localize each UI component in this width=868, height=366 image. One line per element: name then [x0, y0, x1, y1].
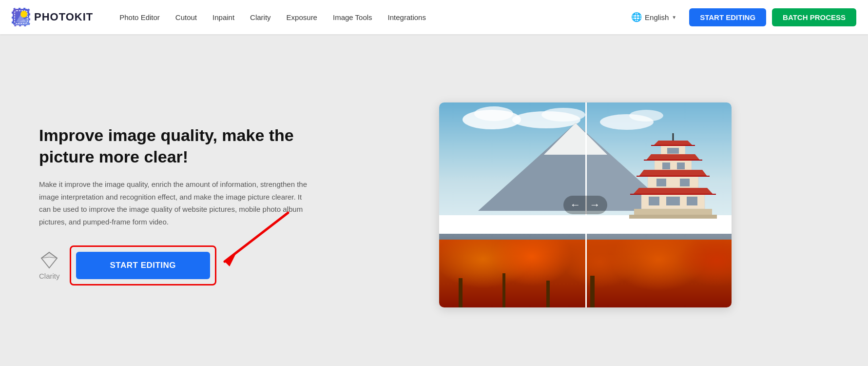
nav-right: 🌐 English ▼ START EDITING BATCH PROCESS [624, 8, 856, 26]
chevron-down-icon: ▼ [672, 15, 676, 20]
split-arrows: ← → [563, 196, 607, 214]
svg-marker-6 [225, 252, 237, 266]
image-comparison[interactable]: ← → [439, 102, 732, 307]
pagoda [624, 133, 722, 242]
svg-rect-12 [655, 160, 692, 171]
svg-rect-23 [667, 148, 679, 154]
hero-description: Make it improve the image quality, enric… [39, 178, 312, 228]
svg-point-1 [21, 12, 26, 17]
svg-marker-2 [16, 14, 26, 22]
svg-rect-26 [656, 179, 666, 186]
start-editing-wrapper: START EDITING [70, 245, 217, 285]
nav-integrations[interactable]: Integrations [381, 9, 433, 25]
arrow-left-icon: ← [570, 199, 581, 211]
svg-marker-10 [654, 141, 693, 145]
svg-rect-22 [629, 215, 717, 219]
svg-rect-29 [687, 197, 697, 205]
hero-title: Improve image quality, make the picture … [39, 124, 312, 167]
nav-inpaint[interactable]: Inpaint [206, 9, 241, 25]
nav-exposure[interactable]: Exposure [280, 9, 324, 25]
nav-image-tools[interactable]: Image Tools [326, 9, 379, 25]
svg-rect-0 [15, 11, 27, 23]
arrow-right-icon: → [590, 199, 600, 211]
svg-marker-13 [646, 154, 700, 160]
svg-rect-21 [634, 209, 712, 215]
nav-clarity[interactable]: Clarity [243, 9, 278, 25]
batch-process-button[interactable]: BATCH PROCESS [772, 8, 856, 26]
language-icon: 🌐 [631, 12, 642, 22]
cta-area: Clarity START EDITING [39, 245, 312, 285]
svg-marker-19 [633, 188, 713, 194]
nav-cutout[interactable]: Cutout [169, 9, 204, 25]
svg-rect-30 [666, 197, 680, 205]
svg-marker-16 [639, 170, 707, 176]
svg-rect-25 [677, 163, 685, 169]
svg-rect-27 [680, 179, 690, 186]
svg-rect-24 [662, 163, 670, 169]
right-side: ← → [341, 102, 829, 307]
nav-links: Photo Editor Cutout Inpaint Clarity Expo… [113, 9, 624, 25]
left-side: Improve image quality, make the picture … [39, 124, 312, 285]
svg-rect-28 [649, 197, 659, 205]
logo[interactable]: PHOTOKIT [12, 8, 93, 26]
start-editing-main-button[interactable]: START EDITING [76, 252, 211, 279]
logo-icon [12, 8, 30, 26]
language-label: English [645, 13, 669, 21]
diamond-icon [40, 251, 58, 269]
clarity-label: Clarity [39, 272, 60, 280]
clarity-label-area: Clarity [39, 251, 60, 280]
svg-marker-4 [41, 252, 57, 258]
svg-rect-15 [648, 176, 698, 188]
start-editing-nav-button[interactable]: START EDITING [689, 8, 766, 26]
navbar: PHOTOKIT Photo Editor Cutout Inpaint Cla… [0, 0, 868, 34]
language-selector[interactable]: 🌐 English ▼ [624, 8, 683, 26]
main-content: Improve image quality, make the picture … [0, 34, 868, 366]
brand-name: PHOTOKIT [34, 11, 93, 23]
nav-photo-editor[interactable]: Photo Editor [113, 9, 167, 25]
